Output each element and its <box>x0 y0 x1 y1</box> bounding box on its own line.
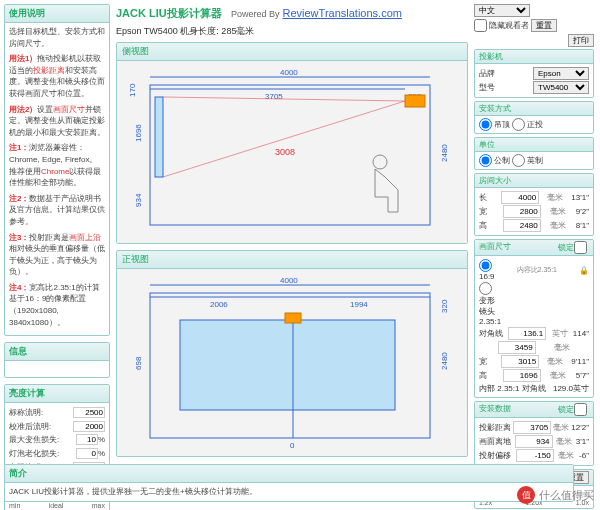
offset-input[interactable] <box>515 435 553 448</box>
side-view-diagram[interactable]: 4000 3705 295 170 1696 934 2480 3008 <box>125 67 455 237</box>
svg-line-11 <box>163 97 405 101</box>
svg-text:2480: 2480 <box>440 352 449 370</box>
svg-text:4000: 4000 <box>280 276 298 285</box>
svg-point-14 <box>373 155 387 169</box>
shift-input[interactable] <box>516 449 554 462</box>
front-view-panel: 正视图 4000 2006 1994 698 2480 320 0 <box>116 250 468 457</box>
mount-ceiling-radio[interactable] <box>479 118 492 131</box>
mount-front-radio[interactable] <box>512 118 525 131</box>
svg-text:0: 0 <box>290 441 295 450</box>
svg-text:3008: 3008 <box>275 147 295 157</box>
side-view-panel: 侧视图 4000 3705 295 170 1696 934 2480 3008 <box>116 42 468 244</box>
throw-input[interactable] <box>513 421 551 434</box>
reset-button[interactable]: 重置 <box>531 19 557 32</box>
svg-text:4000: 4000 <box>280 68 298 77</box>
viewer-icon <box>373 155 398 212</box>
footer-panel: 简介 JACK LIU投影计算器，提供业界独一无二的变焦+镜头移位计算功能。 <box>4 464 574 502</box>
watermark: 值 什么值得买 <box>517 486 594 504</box>
model-line: Epson TW5400 机身长度: 285毫米 <box>116 23 468 42</box>
lock-icon: 🔒 <box>579 266 589 275</box>
lumen-calibrated-input[interactable] <box>73 421 105 432</box>
room-length-input[interactable] <box>501 191 539 204</box>
unit-metric-radio[interactable] <box>479 154 492 167</box>
brightness-title: 亮度计算 <box>5 385 109 403</box>
install-lock-checkbox[interactable] <box>574 403 587 416</box>
projector-panel: 投影机 品牌Epson 型号TW5400 <box>474 49 594 98</box>
usage-title: 使用说明 <box>5 5 109 23</box>
hide-viewer-checkbox[interactable] <box>474 19 487 32</box>
svg-text:1696: 1696 <box>134 124 143 142</box>
svg-rect-7 <box>155 97 163 177</box>
brand-select[interactable]: Epson <box>533 67 589 80</box>
info-panel: 信息 <box>4 342 110 378</box>
language-select[interactable]: 中文 <box>474 4 530 17</box>
svg-rect-22 <box>180 320 395 410</box>
room-height-input[interactable] <box>503 219 541 232</box>
screen-lock-checkbox[interactable] <box>574 241 587 254</box>
projector-front-icon[interactable] <box>285 313 301 323</box>
zoom-loss-input[interactable] <box>76 434 98 445</box>
front-view-diagram[interactable]: 4000 2006 1994 698 2480 320 0 <box>125 275 455 450</box>
screen-h-input[interactable] <box>503 369 541 382</box>
screen-w-input[interactable] <box>501 355 539 368</box>
svg-line-12 <box>163 101 405 177</box>
svg-text:1994: 1994 <box>350 300 368 309</box>
watermark-badge-icon: 值 <box>517 486 535 504</box>
usage-panel: 使用说明 选择目标机型、安装方式和房间尺寸。 用法1）拖动投影机以获取适当的投影… <box>4 4 110 336</box>
diag-input[interactable] <box>508 327 546 340</box>
svg-text:2480: 2480 <box>440 144 449 162</box>
ratio-169-radio[interactable] <box>479 259 492 272</box>
svg-text:2006: 2006 <box>210 300 228 309</box>
page-title: JACK LIU投影计算器 Powered By ReviewTranslati… <box>116 4 468 23</box>
model-select[interactable]: TW5400 <box>533 81 589 94</box>
lumen-nominal-input[interactable] <box>73 407 105 418</box>
svg-text:934: 934 <box>134 193 143 207</box>
info-title: 信息 <box>5 343 109 361</box>
print-button[interactable]: 打印 <box>568 34 594 47</box>
svg-text:698: 698 <box>134 356 143 370</box>
usage-body: 选择目标机型、安装方式和房间尺寸。 用法1）拖动投影机以获取适当的投影距离和安装… <box>5 23 109 335</box>
projector-side-icon[interactable] <box>405 95 425 107</box>
svg-text:3705: 3705 <box>265 92 283 101</box>
powered-link[interactable]: ReviewTranslations.com <box>283 7 402 19</box>
room-width-input[interactable] <box>503 205 541 218</box>
diag-mm-input[interactable] <box>498 341 536 354</box>
svg-text:320: 320 <box>440 299 449 313</box>
lamp-loss-input[interactable] <box>76 448 98 459</box>
unit-imperial-radio[interactable] <box>512 154 525 167</box>
ratio-235-radio[interactable] <box>479 282 492 295</box>
svg-text:170: 170 <box>128 83 137 97</box>
